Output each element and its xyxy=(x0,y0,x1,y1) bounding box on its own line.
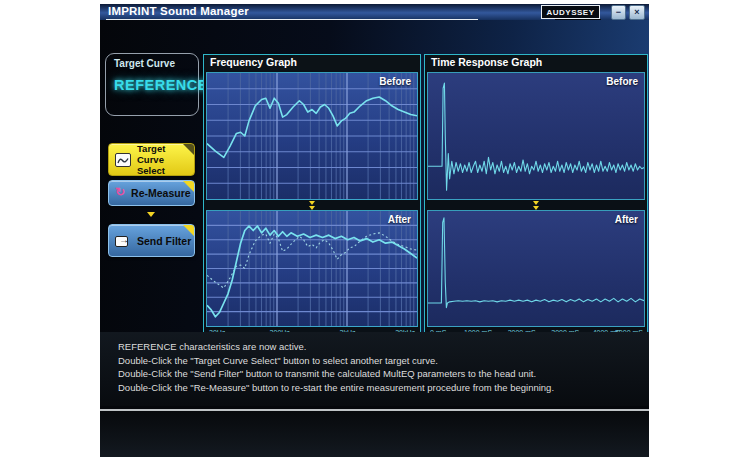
down-arrow-icon xyxy=(147,212,155,217)
footer-area xyxy=(100,411,649,457)
send-filter-label: Send Filter xyxy=(137,235,191,247)
target-curve-value: REFERENCE xyxy=(114,77,208,93)
frequency-after-curve xyxy=(207,211,417,326)
re-measure-label: Re-Measure xyxy=(131,187,191,199)
minimize-button[interactable]: − xyxy=(611,5,626,20)
instruction-line: Double-Click the "Target Curve Select" b… xyxy=(118,354,649,368)
frequency-after-plot: After xyxy=(206,210,418,327)
frequency-before-plot: Before xyxy=(206,72,418,200)
instructions-panel: REFERENCE characteristics are now active… xyxy=(100,332,649,406)
before-label: Before xyxy=(379,76,411,87)
window-title: IMPRINT Sound Manager xyxy=(108,5,249,17)
folded-corner xyxy=(183,225,194,236)
instruction-line: REFERENCE characteristics are now active… xyxy=(118,340,649,354)
target-curve-select-button[interactable]: Target Curve Select xyxy=(108,143,195,176)
target-curve-label: Target Curve xyxy=(114,58,175,69)
before-label: Before xyxy=(606,76,638,87)
instruction-line: Double-Click the "Send Filter" button to… xyxy=(118,367,649,381)
curve-picture-icon xyxy=(115,153,131,167)
time-response-graph-panel: Time Response Graph Before After 0 mS 10… xyxy=(424,54,648,342)
send-filter-export-icon: → xyxy=(115,235,131,247)
frequency-graph-panel: Frequency Graph Before After 20Hz xyxy=(203,54,421,342)
close-button[interactable]: × xyxy=(629,5,645,20)
folded-corner xyxy=(183,144,194,155)
audyssey-logo-text: AUDYSSEY xyxy=(546,8,594,17)
re-measure-button[interactable]: ↻ Re-Measure xyxy=(108,180,195,206)
time-before-curve xyxy=(428,73,644,199)
time-response-graph-title: Time Response Graph xyxy=(425,55,647,70)
instruction-line: Double-Click the "Re-Measure" button to … xyxy=(118,381,649,395)
send-filter-button[interactable]: → Send Filter xyxy=(108,224,195,257)
re-measure-arrow-icon: ↻ xyxy=(115,185,125,199)
audyssey-logo: AUDYSSEY xyxy=(541,5,600,19)
frequency-before-curve xyxy=(207,73,417,199)
title-bar: IMPRINT Sound Manager AUDYSSEY MULTEQ XT… xyxy=(100,4,649,20)
time-before-plot: Before xyxy=(427,72,645,200)
time-after-curve xyxy=(428,211,644,326)
time-after-plot: After xyxy=(427,210,645,327)
after-label: After xyxy=(388,214,411,225)
app-window: IMPRINT Sound Manager AUDYSSEY MULTEQ XT… xyxy=(100,4,649,457)
page: IMPRINT Sound Manager AUDYSSEY MULTEQ XT… xyxy=(0,0,750,457)
after-label: After xyxy=(615,214,638,225)
folded-corner xyxy=(183,181,194,192)
main-area: Target Curve REFERENCE Target Curve Sele… xyxy=(100,20,649,332)
frequency-graph-title: Frequency Graph xyxy=(204,55,420,70)
